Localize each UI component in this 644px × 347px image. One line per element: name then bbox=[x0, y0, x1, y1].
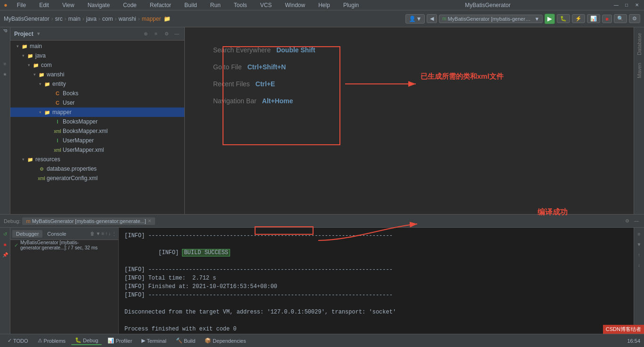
breadcrumb-main[interactable]: main bbox=[68, 16, 81, 22]
debug-left-toolbar: ↺ ■ 📌 bbox=[0, 228, 10, 347]
run-config-dropdown[interactable]: m MyBatisGenerator [mybatis-generator:ge… bbox=[439, 15, 543, 23]
project-collapse-btn[interactable]: ≡ bbox=[152, 30, 160, 38]
debug-structure-icon[interactable]: ≡ bbox=[635, 230, 644, 238]
breadcrumb-com[interactable]: com bbox=[102, 16, 113, 22]
fold-icon[interactable]: ≡ bbox=[101, 231, 104, 236]
tree-item-booksmapper-xml[interactable]: xml BooksMapper.xml bbox=[10, 126, 184, 136]
console-line-8 bbox=[124, 316, 628, 325]
todo-tab[interactable]: ✓ TODO bbox=[4, 337, 32, 345]
debug-more-icon[interactable]: ⋮ bbox=[112, 231, 116, 236]
debug-run-item[interactable]: ✓ MyBatisGenerator [mybatis-generator:ge… bbox=[10, 240, 118, 250]
menu-tools[interactable]: Tools bbox=[230, 1, 251, 9]
folder-icon-mapper: 📁 bbox=[43, 109, 51, 116]
tree-item-entity[interactable]: ▾ 📁 entity bbox=[10, 79, 184, 89]
close-button[interactable]: ✕ bbox=[634, 2, 640, 8]
tree-item-usermapper[interactable]: I UserMapper bbox=[10, 136, 184, 145]
profiler-icon: 📊 bbox=[107, 338, 114, 344]
run-button[interactable]: ▶ bbox=[545, 14, 555, 24]
build-icon: 🔨 bbox=[176, 338, 182, 344]
settings-button[interactable]: ⚙ bbox=[629, 14, 640, 23]
search-button[interactable]: 🔍 bbox=[614, 14, 627, 23]
debug-settings-btn[interactable]: ⚙ bbox=[623, 217, 631, 225]
java-class-icon-books: C bbox=[54, 90, 61, 97]
maximize-button[interactable]: □ bbox=[623, 2, 630, 8]
debug-filter-icon[interactable]: ▼ bbox=[635, 240, 644, 248]
debug-pin-icon[interactable]: 📌 bbox=[1, 250, 9, 259]
debug-button[interactable]: 🐛 bbox=[557, 14, 570, 23]
structure-icon[interactable]: ≡ bbox=[1, 59, 9, 68]
menu-file[interactable]: File bbox=[13, 1, 30, 9]
menu-run[interactable]: Run bbox=[206, 1, 224, 9]
breadcrumb-mapper[interactable]: mapper bbox=[142, 16, 161, 22]
project-locate-btn[interactable]: ⊕ bbox=[142, 30, 149, 38]
debug-icon-bottom: 🐛 bbox=[75, 337, 82, 343]
menu-help[interactable]: Help bbox=[314, 1, 334, 9]
maven-label[interactable]: Maven bbox=[636, 59, 643, 82]
tree-item-java[interactable]: ▾ 📁 java bbox=[10, 51, 184, 60]
project-settings-btn[interactable]: ⚙ bbox=[163, 30, 170, 38]
tree-item-main[interactable]: ▾ 📁 main bbox=[10, 41, 184, 51]
tree-item-generatorconfig[interactable]: xml generatorConfig.xml bbox=[10, 174, 184, 183]
breadcrumb-src[interactable]: src bbox=[55, 16, 63, 22]
debug-stop-icon[interactable]: ■ bbox=[1, 240, 9, 248]
menu-plugin[interactable]: Plugin bbox=[339, 1, 363, 9]
debug-close-btn[interactable]: — bbox=[633, 217, 640, 225]
shortcut-key-search: Double Shift bbox=[276, 46, 315, 54]
database-label[interactable]: Database bbox=[636, 29, 643, 59]
tree-item-booksmapper[interactable]: I BooksMapper bbox=[10, 117, 184, 126]
minimize-button[interactable]: — bbox=[613, 2, 619, 8]
build-tab[interactable]: 🔨 Build bbox=[172, 337, 199, 345]
dependencies-tab[interactable]: 📦 Dependencies bbox=[201, 337, 249, 345]
debug-restart-icon[interactable]: ↺ bbox=[1, 230, 9, 238]
breadcrumb-project[interactable]: MyBatisGenerator bbox=[4, 16, 50, 22]
console-tab[interactable]: Console bbox=[43, 230, 70, 238]
favorites-icon[interactable]: ★ bbox=[1, 70, 9, 78]
menu-edit[interactable]: Edit bbox=[35, 1, 53, 9]
debug-tab-bottom[interactable]: 🐛 Debug bbox=[71, 336, 102, 345]
tree-item-user[interactable]: C User bbox=[10, 98, 184, 107]
tree-item-books[interactable]: C Books bbox=[10, 89, 184, 98]
breadcrumb-wanshi[interactable]: wanshi bbox=[118, 16, 136, 22]
breadcrumb-java[interactable]: java bbox=[86, 16, 97, 22]
debug-tab-icon: m bbox=[26, 218, 30, 224]
tree-item-usermapper-xml[interactable]: xml UserMapper.xml bbox=[10, 145, 184, 155]
console-line-0: [INFO] ---------------------------------… bbox=[124, 231, 628, 240]
tree-item-mapper[interactable]: ▾ 📁 mapper bbox=[10, 107, 184, 117]
profiler-tab[interactable]: 📊 Profiler bbox=[104, 337, 136, 345]
back-button[interactable]: ◀ bbox=[427, 14, 437, 23]
project-close-btn[interactable]: — bbox=[173, 30, 181, 38]
terminal-tab[interactable]: ▶ Terminal bbox=[138, 337, 170, 345]
tree-item-wanshi[interactable]: ▾ 📁 wanshi bbox=[10, 70, 184, 79]
debug-down-icon2[interactable]: ↓ bbox=[635, 261, 644, 269]
stop-button[interactable]: ■ bbox=[602, 15, 612, 23]
tree-item-resources[interactable]: ▾ 📁 resources bbox=[10, 155, 184, 164]
project-dropdown-icon: ▼ bbox=[36, 31, 41, 36]
shortcut-key-recent: Ctrl+E bbox=[256, 80, 275, 88]
debug-tabbar: Debug: m MyBatisGenerator [mybatis-gener… bbox=[0, 215, 644, 228]
menu-window[interactable]: Window bbox=[281, 1, 309, 9]
coverage-button[interactable]: 📊 bbox=[587, 14, 600, 23]
filter-icon[interactable]: ▼ bbox=[96, 231, 100, 236]
menu-navigate[interactable]: Navigate bbox=[84, 1, 114, 9]
tree-item-dbprops[interactable]: ⚙ database.properties bbox=[10, 164, 184, 174]
problems-tab[interactable]: ⚠ Problems bbox=[34, 337, 69, 345]
tree-item-com[interactable]: ▾ 📁 com bbox=[10, 60, 184, 70]
menu-refactor[interactable]: Refactor bbox=[146, 1, 175, 9]
vcs-button[interactable]: 👤▼ bbox=[405, 14, 425, 24]
up-icon[interactable]: ↑ bbox=[105, 231, 107, 236]
menu-build[interactable]: Build bbox=[181, 1, 201, 9]
down-icon[interactable]: ↓ bbox=[108, 231, 111, 236]
project-icon[interactable]: P bbox=[1, 29, 9, 58]
menu-code[interactable]: Code bbox=[119, 1, 140, 9]
clear-console-icon[interactable]: 🗑 bbox=[90, 231, 95, 236]
debug-tab-close-icon[interactable]: ✕ bbox=[148, 218, 151, 223]
content-area: Search Everywhere Double Shift Go to Fil… bbox=[185, 27, 634, 214]
menu-view[interactable]: View bbox=[58, 1, 78, 9]
csdn-badge: CSDN博客结者 bbox=[603, 325, 644, 334]
debug-main-tab[interactable]: m MyBatisGenerator [mybatis-generator:ge… bbox=[22, 217, 155, 225]
profile-button[interactable]: ⚡ bbox=[572, 14, 585, 23]
menu-vcs[interactable]: VCS bbox=[256, 1, 276, 9]
debug-up-icon2[interactable]: ↑ bbox=[635, 250, 644, 259]
folder-icon-resources: 📁 bbox=[26, 156, 34, 163]
debugger-tab[interactable]: Debugger bbox=[12, 230, 42, 238]
